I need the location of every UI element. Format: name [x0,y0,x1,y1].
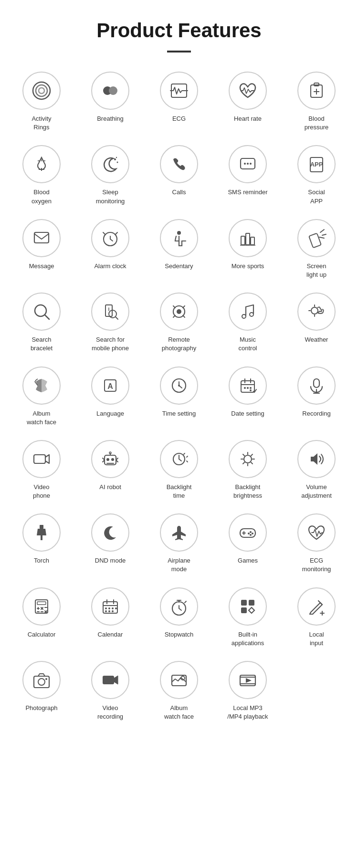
alarm-clock-icon [100,228,121,249]
svg-point-121 [115,607,117,609]
recording-icon [306,375,327,396]
backlight-brightness-icon-circle [229,440,267,478]
backlight-time-icon-circle [160,440,198,478]
video-recording-icon [100,669,121,690]
photograph-label: Photograph [25,704,57,712]
alarm-clock-icon-circle [91,219,129,257]
built-in-applications-label: Built-inapplications [232,630,264,648]
feature-sleep-monitoring: Sleepmonitoring [78,145,142,205]
feature-heart-rate: Heart rate [216,72,280,132]
feature-album-watch-face: Albumwatch face [10,366,74,427]
svg-point-119 [108,607,110,609]
search-bracelet-icon-circle [22,293,61,331]
feature-more-sports: More sports [216,219,280,279]
weather-label: Weather [305,335,328,344]
built-in-applications-icon-circle [229,587,267,626]
ecg-icon-circle [160,72,198,110]
calls-label: Calls [172,188,186,197]
torch-icon [31,522,52,543]
ai-robot-icon [100,449,121,470]
search-mobile-phone-icon-circle [91,293,129,331]
svg-point-4 [109,86,117,95]
language-icon: A [100,375,121,396]
sedentary-label: Sedentary [165,262,193,271]
breathing-label: Breathing [97,115,124,123]
svg-rect-36 [309,233,321,248]
svg-point-65 [247,387,249,389]
page-title: Product Features [10,19,348,42]
svg-point-16 [117,162,118,163]
language-label: Language [96,409,124,418]
svg-line-39 [319,237,324,238]
search-bracelet-icon [31,301,52,322]
music-control-icon [237,301,258,322]
heart-rate-label: Heart rate [234,115,262,123]
svg-line-90 [243,454,244,456]
feature-time-setting: Time setting [147,366,211,427]
sleep-monitoring-icon-circle [91,145,129,183]
sms-reminder-label: SMS reminder [228,188,267,197]
svg-rect-24 [34,232,49,243]
feature-calls: Calls [147,145,211,205]
activity-rings-icon-circle [22,72,61,110]
sleep-monitoring-label: Sleepmonitoring [96,188,125,205]
svg-rect-60 [241,381,254,392]
svg-line-41 [45,315,49,319]
video-phone-icon [31,449,52,470]
svg-point-74 [111,458,114,461]
breathing-icon [100,80,121,101]
calendar-label: Calendar [98,630,123,639]
sms-reminder-icon-circle [229,145,267,183]
feature-blood-pressure: Bloodpressure [284,72,348,132]
svg-rect-32 [241,236,245,245]
more-sports-label: More sports [232,262,264,271]
remote-photography-icon [168,301,190,322]
svg-line-93 [243,462,244,464]
album-watch-face-label: Albumwatch face [27,409,56,427]
svg-point-118 [105,607,107,609]
time-setting-label: Time setting [162,409,196,418]
svg-point-141 [45,678,47,680]
svg-line-44 [116,317,118,319]
feature-sedentary: Sedentary [147,219,211,279]
social-app-icon: APP [306,154,327,175]
backlight-time-label: Backlighttime [167,483,192,500]
message-icon-circle [22,219,61,257]
dnd-mode-icon-circle [91,513,129,552]
svg-line-38 [322,234,326,235]
calculator-icon-circle [22,587,61,626]
svg-point-99 [250,531,252,533]
svg-point-50 [311,307,318,314]
album-watch-face-2-label: Albumwatch face [164,704,194,721]
svg-point-49 [250,313,253,316]
svg-rect-139 [34,676,49,688]
stopwatch-icon-circle [160,587,198,626]
feature-ecg-monitoring: ECGmonitoring [284,513,348,574]
local-mp3-mp4-icon [237,669,258,690]
svg-marker-134 [249,607,254,613]
feature-search-bracelet: Searchbracelet [10,293,74,353]
photograph-icon [31,669,52,690]
built-in-applications-icon [237,596,258,617]
feature-local-input: Localinput [284,587,348,648]
svg-point-73 [106,458,109,461]
feature-photograph: Photograph [10,661,74,721]
feature-backlight-time: Backlighttime [147,440,211,500]
svg-point-1 [36,85,47,96]
blood-oxygen-icon-circle [22,145,61,183]
time-setting-icon-circle [160,366,198,405]
feature-sms-reminder: SMS reminder [216,145,280,205]
airplane-mode-icon [168,522,190,543]
search-bracelet-label: Searchbracelet [31,335,53,353]
svg-point-123 [108,610,110,612]
feature-social-app: APP SocialAPP [284,145,348,205]
ai-robot-label: AI robot [99,483,121,492]
blood-pressure-label: Bloodpressure [305,115,329,132]
album-watch-face-2-icon [168,669,190,690]
svg-point-120 [112,607,114,609]
svg-point-59 [178,385,180,387]
album-watch-face-icon-circle [22,366,61,405]
stopwatch-icon [168,596,190,617]
feature-remote-photography: Remotephotography [147,293,211,353]
blood-oxygen-label: Bloodoxygen [32,188,52,205]
